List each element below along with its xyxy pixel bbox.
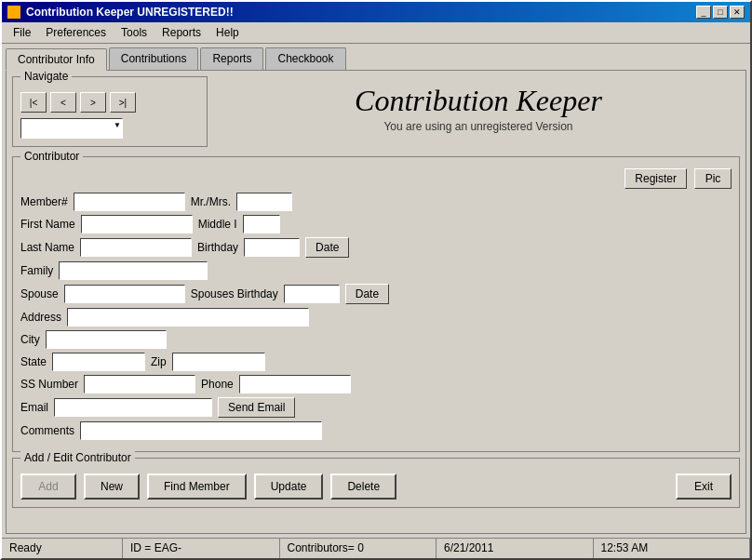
state-label: State (20, 355, 47, 368)
email-input[interactable] (54, 398, 212, 417)
zip-label: Zip (151, 355, 167, 368)
form-row-lastname: Last Name Birthday Date (20, 237, 732, 258)
menu-help[interactable]: Help (208, 24, 247, 41)
status-time: 12:53 AM (594, 539, 751, 558)
form-row-firstname: First Name Middle I (20, 215, 732, 233)
form-row-member: Member# Mr./Mrs. (20, 193, 732, 211)
form-row-comments: Comments (20, 421, 732, 440)
status-ready: Ready (2, 539, 123, 558)
menu-preferences[interactable]: Preferences (38, 24, 114, 41)
tab-checkbook[interactable]: Checkbook (265, 47, 345, 70)
app-subtitle: You are using an unregistered Version (217, 120, 740, 133)
comments-label: Comments (20, 424, 74, 437)
contributor-section-label: Contributor (20, 150, 83, 163)
tab-contributor-info[interactable]: Contributor Info (6, 48, 107, 71)
city-label: City (20, 333, 40, 346)
find-member-button[interactable]: Find Member (147, 473, 247, 500)
navigate-group: Navigate |< < > >| (12, 76, 208, 147)
address-input[interactable] (67, 308, 309, 327)
nav-prev-button[interactable]: < (50, 92, 76, 113)
phone-label: Phone (201, 378, 234, 391)
comments-input[interactable] (80, 421, 322, 440)
pic-button[interactable]: Pic (694, 168, 732, 189)
send-email-button[interactable]: Send Email (218, 397, 295, 418)
mr-mrs-label: Mr./Mrs. (191, 195, 231, 208)
last-name-label: Last Name (20, 241, 74, 254)
add-edit-section: Add / Edit Contributor Add New Find Memb… (12, 458, 740, 508)
spouses-date-button[interactable]: Date (345, 284, 389, 304)
member-input[interactable] (74, 193, 185, 211)
update-button[interactable]: Update (254, 473, 324, 500)
family-input[interactable] (59, 261, 208, 280)
main-content: Navigate |< < > >| (6, 70, 746, 534)
family-label: Family (20, 264, 53, 277)
status-date: 6/21/2011 (436, 539, 594, 558)
last-name-input[interactable] (80, 238, 192, 257)
window-title: Contribution Keeper UNREGISTERED!! (26, 6, 234, 19)
contributor-section: Contributor Register Pic Member# Mr./Mrs… (12, 156, 740, 452)
middle-i-label: Middle I (198, 218, 237, 231)
nav-first-button[interactable]: |< (20, 92, 47, 113)
spouse-input[interactable] (64, 285, 185, 303)
city-input[interactable] (46, 330, 167, 349)
status-bar: Ready ID = EAG- Contributors= 0 6/21/201… (2, 538, 750, 558)
ss-number-label: SS Number (20, 378, 78, 391)
tab-bar: Contributor Info Contributions Reports C… (2, 44, 750, 70)
menu-tools[interactable]: Tools (114, 24, 154, 41)
form-row-city: City (20, 330, 732, 349)
close-button[interactable]: ✕ (730, 6, 745, 19)
first-name-input[interactable] (81, 215, 193, 233)
spouses-birthday-label: Spouses Birthday (191, 287, 278, 300)
add-edit-label: Add / Edit Contributor (20, 451, 135, 464)
minimize-button[interactable]: _ (696, 6, 711, 19)
menu-file[interactable]: File (6, 24, 38, 41)
mr-mrs-input[interactable] (236, 193, 292, 211)
navigate-controls: |< < > >| (20, 88, 199, 113)
form-row-family: Family (20, 261, 732, 280)
nav-next-button[interactable]: > (80, 92, 106, 113)
tab-reports[interactable]: Reports (200, 47, 263, 70)
birthday-input[interactable] (244, 238, 300, 257)
nav-last-button[interactable]: >| (110, 92, 136, 113)
add-button[interactable]: Add (20, 473, 76, 500)
main-window: Contribution Keeper UNREGISTERED!! _ □ ✕… (0, 0, 752, 560)
action-buttons-row: Add New Find Member Update Delete Exit (20, 470, 732, 500)
form-row-state: State Zip (20, 353, 732, 371)
nav-dropdown[interactable] (20, 118, 123, 139)
delete-button[interactable]: Delete (330, 473, 396, 500)
form-row-ss: SS Number Phone (20, 375, 732, 393)
app-title-area: Contribution Keeper You are using an unr… (217, 76, 740, 133)
menu-bar: File Preferences Tools Reports Help (2, 22, 750, 44)
app-title: Contribution Keeper (217, 76, 740, 120)
new-button[interactable]: New (84, 473, 140, 500)
maximize-button[interactable]: □ (713, 6, 728, 19)
form-row-email: Email Send Email (20, 397, 732, 418)
spouse-label: Spouse (20, 287, 59, 300)
zip-input[interactable] (172, 353, 265, 371)
register-pic-row: Register Pic (20, 168, 732, 189)
birthday-label: Birthday (197, 241, 238, 254)
form-row-address: Address (20, 308, 732, 327)
form-row-spouse: Spouse Spouses Birthday Date (20, 284, 732, 304)
navigate-label: Navigate (20, 70, 72, 83)
left-panel: Navigate |< < > >| (12, 76, 208, 153)
middle-i-input[interactable] (243, 215, 280, 233)
window-controls: _ □ ✕ (696, 6, 745, 19)
menu-reports[interactable]: Reports (154, 24, 208, 41)
email-label: Email (20, 401, 48, 414)
ss-number-input[interactable] (84, 375, 195, 393)
register-button[interactable]: Register (624, 168, 687, 189)
right-panel: Contribution Keeper You are using an unr… (217, 76, 740, 140)
tab-contributions[interactable]: Contributions (109, 47, 199, 70)
exit-button[interactable]: Exit (676, 473, 732, 500)
state-input[interactable] (52, 353, 145, 371)
status-contributors: Contributors= 0 (280, 539, 437, 558)
birthday-date-button[interactable]: Date (305, 237, 349, 258)
phone-input[interactable] (239, 375, 351, 393)
address-label: Address (20, 311, 61, 324)
nav-dropdown-wrap (20, 118, 199, 139)
spouses-birthday-input[interactable] (284, 285, 340, 303)
first-name-label: First Name (20, 218, 75, 231)
status-id: ID = EAG- (123, 539, 280, 558)
app-icon (7, 6, 20, 19)
